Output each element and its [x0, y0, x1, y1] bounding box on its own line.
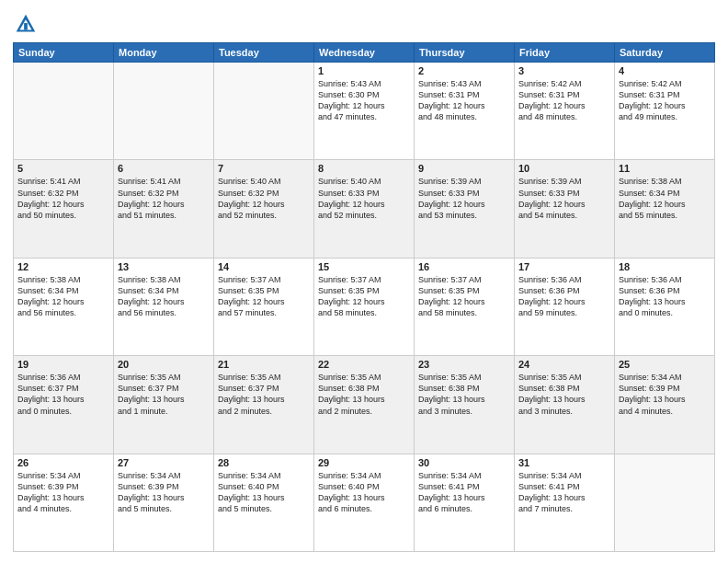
day-number: 6 — [118, 163, 210, 174]
calendar-cell: 13Sunrise: 5:38 AM Sunset: 6:34 PM Dayli… — [114, 258, 214, 355]
day-number: 11 — [619, 163, 711, 174]
cell-info: Sunrise: 5:37 AM Sunset: 6:35 PM Dayligh… — [318, 274, 410, 319]
day-number: 2 — [418, 65, 510, 76]
cell-info: Sunrise: 5:43 AM Sunset: 6:30 PM Dayligh… — [318, 78, 410, 123]
day-number: 19 — [17, 359, 109, 370]
day-number: 29 — [318, 457, 410, 468]
calendar-cell: 2Sunrise: 5:43 AM Sunset: 6:31 PM Daylig… — [415, 63, 515, 160]
calendar-cell: 17Sunrise: 5:36 AM Sunset: 6:36 PM Dayli… — [515, 258, 615, 355]
cell-info: Sunrise: 5:39 AM Sunset: 6:33 PM Dayligh… — [518, 176, 610, 221]
page: SundayMondayTuesdayWednesdayThursdayFrid… — [0, 0, 728, 563]
cell-info: Sunrise: 5:42 AM Sunset: 6:31 PM Dayligh… — [619, 78, 711, 123]
cell-info: Sunrise: 5:34 AM Sunset: 6:40 PM Dayligh… — [218, 470, 310, 515]
calendar-cell: 3Sunrise: 5:42 AM Sunset: 6:31 PM Daylig… — [515, 63, 615, 160]
calendar-cell: 25Sunrise: 5:34 AM Sunset: 6:39 PM Dayli… — [615, 356, 715, 454]
svg-rect-2 — [24, 23, 28, 29]
calendar-cell: 16Sunrise: 5:37 AM Sunset: 6:35 PM Dayli… — [415, 258, 515, 355]
calendar-cell: 4Sunrise: 5:42 AM Sunset: 6:31 PM Daylig… — [615, 63, 715, 160]
calendar-cell: 19Sunrise: 5:36 AM Sunset: 6:37 PM Dayli… — [14, 356, 114, 454]
calendar-cell: 10Sunrise: 5:39 AM Sunset: 6:33 PM Dayli… — [515, 160, 615, 258]
day-number: 30 — [418, 457, 510, 468]
day-number: 26 — [17, 457, 109, 468]
day-number: 21 — [218, 359, 310, 370]
cell-info: Sunrise: 5:34 AM Sunset: 6:39 PM Dayligh… — [118, 470, 210, 515]
cell-info: Sunrise: 5:35 AM Sunset: 6:38 PM Dayligh… — [418, 372, 510, 417]
day-number: 1 — [318, 65, 410, 76]
calendar-header-tuesday: Tuesday — [214, 43, 314, 63]
calendar-cell: 15Sunrise: 5:37 AM Sunset: 6:35 PM Dayli… — [314, 258, 415, 355]
calendar-cell — [14, 63, 114, 160]
calendar-cell: 11Sunrise: 5:38 AM Sunset: 6:34 PM Dayli… — [615, 160, 715, 258]
day-number: 8 — [318, 163, 410, 174]
day-number: 25 — [619, 359, 711, 370]
calendar-cell: 27Sunrise: 5:34 AM Sunset: 6:39 PM Dayli… — [114, 454, 214, 551]
logo — [13, 11, 42, 37]
cell-info: Sunrise: 5:38 AM Sunset: 6:34 PM Dayligh… — [118, 274, 210, 319]
calendar-cell: 29Sunrise: 5:34 AM Sunset: 6:40 PM Dayli… — [314, 454, 415, 551]
cell-info: Sunrise: 5:34 AM Sunset: 6:39 PM Dayligh… — [619, 372, 711, 417]
day-number: 23 — [418, 359, 510, 370]
day-number: 28 — [218, 457, 310, 468]
cell-info: Sunrise: 5:34 AM Sunset: 6:41 PM Dayligh… — [518, 470, 610, 515]
day-number: 22 — [318, 359, 410, 370]
calendar-header-saturday: Saturday — [615, 43, 715, 63]
calendar-cell — [615, 454, 715, 551]
calendar-cell: 24Sunrise: 5:35 AM Sunset: 6:38 PM Dayli… — [515, 356, 615, 454]
day-number: 12 — [17, 261, 109, 272]
day-number: 27 — [118, 457, 210, 468]
calendar-cell: 23Sunrise: 5:35 AM Sunset: 6:38 PM Dayli… — [415, 356, 515, 454]
cell-info: Sunrise: 5:37 AM Sunset: 6:35 PM Dayligh… — [418, 274, 510, 319]
day-number: 9 — [418, 163, 510, 174]
cell-info: Sunrise: 5:38 AM Sunset: 6:34 PM Dayligh… — [619, 176, 711, 221]
calendar-row-3: 19Sunrise: 5:36 AM Sunset: 6:37 PM Dayli… — [14, 356, 715, 454]
calendar-header-friday: Friday — [515, 43, 615, 63]
day-number: 24 — [518, 359, 610, 370]
day-number: 16 — [418, 261, 510, 272]
cell-info: Sunrise: 5:41 AM Sunset: 6:32 PM Dayligh… — [118, 176, 210, 221]
calendar-cell: 14Sunrise: 5:37 AM Sunset: 6:35 PM Dayli… — [214, 258, 314, 355]
cell-info: Sunrise: 5:42 AM Sunset: 6:31 PM Dayligh… — [518, 78, 610, 123]
calendar-cell — [214, 63, 314, 160]
calendar-cell — [114, 63, 214, 160]
day-number: 20 — [118, 359, 210, 370]
cell-info: Sunrise: 5:37 AM Sunset: 6:35 PM Dayligh… — [218, 274, 310, 319]
calendar-cell: 18Sunrise: 5:36 AM Sunset: 6:36 PM Dayli… — [615, 258, 715, 355]
cell-info: Sunrise: 5:40 AM Sunset: 6:32 PM Dayligh… — [218, 176, 310, 221]
logo-icon — [13, 11, 39, 37]
day-number: 17 — [518, 261, 610, 272]
calendar-row-0: 1Sunrise: 5:43 AM Sunset: 6:30 PM Daylig… — [14, 63, 715, 160]
calendar-cell: 6Sunrise: 5:41 AM Sunset: 6:32 PM Daylig… — [114, 160, 214, 258]
cell-info: Sunrise: 5:40 AM Sunset: 6:33 PM Dayligh… — [318, 176, 410, 221]
calendar-cell: 31Sunrise: 5:34 AM Sunset: 6:41 PM Dayli… — [515, 454, 615, 551]
calendar-header-thursday: Thursday — [415, 43, 515, 63]
day-number: 18 — [619, 261, 711, 272]
calendar-cell: 5Sunrise: 5:41 AM Sunset: 6:32 PM Daylig… — [14, 160, 114, 258]
cell-info: Sunrise: 5:35 AM Sunset: 6:38 PM Dayligh… — [318, 372, 410, 417]
calendar-cell: 21Sunrise: 5:35 AM Sunset: 6:37 PM Dayli… — [214, 356, 314, 454]
day-number: 31 — [518, 457, 610, 468]
calendar-header-row: SundayMondayTuesdayWednesdayThursdayFrid… — [14, 43, 715, 63]
calendar-cell: 26Sunrise: 5:34 AM Sunset: 6:39 PM Dayli… — [14, 454, 114, 551]
day-number: 10 — [518, 163, 610, 174]
day-number: 4 — [619, 65, 711, 76]
calendar-cell: 28Sunrise: 5:34 AM Sunset: 6:40 PM Dayli… — [214, 454, 314, 551]
cell-info: Sunrise: 5:35 AM Sunset: 6:37 PM Dayligh… — [218, 372, 310, 417]
cell-info: Sunrise: 5:36 AM Sunset: 6:36 PM Dayligh… — [619, 274, 711, 319]
calendar-cell: 30Sunrise: 5:34 AM Sunset: 6:41 PM Dayli… — [415, 454, 515, 551]
day-number: 3 — [518, 65, 610, 76]
day-number: 5 — [17, 163, 109, 174]
calendar-cell: 7Sunrise: 5:40 AM Sunset: 6:32 PM Daylig… — [214, 160, 314, 258]
day-number: 13 — [118, 261, 210, 272]
cell-info: Sunrise: 5:34 AM Sunset: 6:40 PM Dayligh… — [318, 470, 410, 515]
calendar-cell: 22Sunrise: 5:35 AM Sunset: 6:38 PM Dayli… — [314, 356, 415, 454]
calendar-table: SundayMondayTuesdayWednesdayThursdayFrid… — [13, 42, 715, 552]
cell-info: Sunrise: 5:38 AM Sunset: 6:34 PM Dayligh… — [17, 274, 109, 319]
calendar-cell: 8Sunrise: 5:40 AM Sunset: 6:33 PM Daylig… — [314, 160, 415, 258]
header — [13, 11, 715, 37]
cell-info: Sunrise: 5:35 AM Sunset: 6:38 PM Dayligh… — [518, 372, 610, 417]
day-number: 15 — [318, 261, 410, 272]
day-number: 14 — [218, 261, 310, 272]
cell-info: Sunrise: 5:36 AM Sunset: 6:37 PM Dayligh… — [17, 372, 109, 417]
day-number: 7 — [218, 163, 310, 174]
calendar-cell: 12Sunrise: 5:38 AM Sunset: 6:34 PM Dayli… — [14, 258, 114, 355]
